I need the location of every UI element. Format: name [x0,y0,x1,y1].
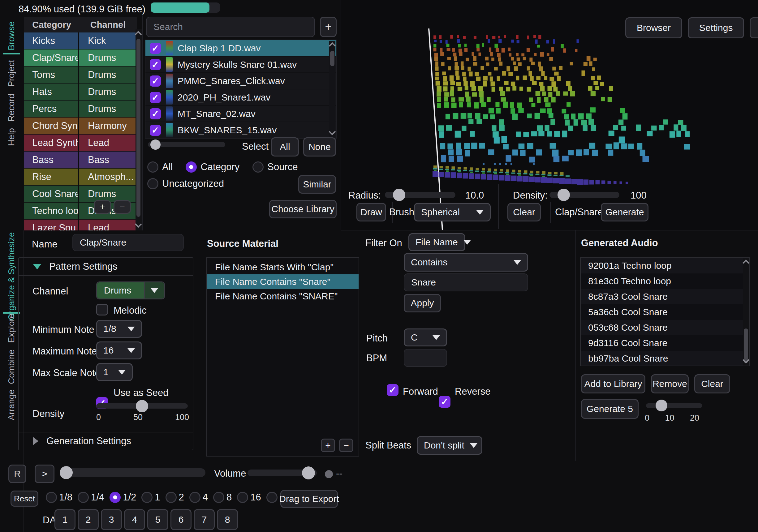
min-note-dropdown[interactable]: 1/8 [96,320,142,338]
drag-to-export-button[interactable]: Drag to Export [280,490,338,508]
radio-icon[interactable] [165,492,177,503]
scrollbar-thumb[interactable] [330,51,334,66]
radio-icon[interactable] [110,492,121,503]
file-row[interactable]: 2020_PH_Snare1.wav [145,89,336,105]
reset-button[interactable]: Reset [11,490,38,507]
channel-cell[interactable]: Drums [79,83,137,100]
pad-button[interactable]: 8 [217,509,238,530]
channel-cell[interactable]: Lead [79,219,137,230]
category-cell[interactable]: Cool Snare [24,185,79,202]
category-table-row[interactable]: Chord Synth Harmony [24,117,137,134]
file-list-scrollbar[interactable] [329,41,335,137]
forward-checkbox[interactable] [387,384,398,396]
category-cell[interactable]: Hats [24,83,79,100]
category-cell[interactable]: Bass [24,151,79,168]
category-cell[interactable]: Rise [24,169,79,185]
file-row[interactable]: Mystery Skulls Snare 01.wav [145,57,336,72]
radio-icon[interactable] [147,161,158,173]
pattern-settings-header[interactable]: Pattern Settings [19,258,193,276]
category-table-row[interactable]: Clap/Snare Drums [24,50,137,66]
remove-category-button[interactable]: − [114,200,131,214]
category-table-row[interactable]: Kicks Kick [24,32,137,49]
channel-dropdown[interactable]: Drums [96,282,165,299]
note-length-option[interactable]: 1/8 [46,492,72,503]
note-length-option[interactable]: 2 [165,492,184,503]
filter-radio-option[interactable]: Source [253,161,298,173]
nav-tab-record[interactable]: Record [1,93,22,122]
category-cell[interactable]: Clap/Snare [24,50,79,66]
category-table-row[interactable]: Hats Drums [24,83,137,100]
radio-icon[interactable] [78,492,89,503]
note-length-option[interactable]: 16 [237,492,261,503]
topbar-button[interactable]: Browser [625,17,682,38]
radius-slider-thumb[interactable] [393,189,405,201]
density-slider-thumb[interactable] [558,189,570,201]
pad-button[interactable]: 5 [147,509,168,530]
pad-button[interactable]: 3 [101,509,122,530]
file-row[interactable]: BKW_SNARES_15.wav [145,122,336,138]
scrollbar-thumb[interactable] [136,39,140,217]
generate-count-thumb[interactable] [656,400,667,411]
bpm-input[interactable] [404,349,447,367]
channel-cell[interactable]: Harmony [79,117,137,134]
pattern-density-thumb[interactable] [136,400,148,412]
select-none-button[interactable]: None [303,137,336,156]
radio-icon[interactable] [266,492,278,503]
radio-icon[interactable] [190,492,200,503]
generated-list-scrollbar[interactable] [743,258,749,366]
choose-library-button[interactable]: Choose Library [269,200,337,218]
file-checkbox[interactable] [150,59,161,70]
position-slider-track[interactable] [63,468,205,477]
file-checkbox[interactable] [150,92,161,103]
select-all-button[interactable]: All [271,137,299,156]
radio-icon[interactable] [147,178,158,189]
category-cell[interactable]: Kicks [24,32,79,49]
channel-cell[interactable]: Kick [79,32,137,49]
clear-button[interactable]: Clear [507,203,541,221]
similar-button[interactable]: Similar [298,175,336,194]
source-rule-row[interactable]: File Name Contains "SNARE" [207,289,359,303]
pad-button[interactable]: 4 [124,509,145,530]
file-row[interactable]: PMMC_Snares_Click.wav [145,73,336,89]
generate-button[interactable]: Generate [601,203,648,221]
file-checkbox[interactable] [150,43,161,54]
note-length-option[interactable]: 4 [190,492,208,503]
pad-button[interactable]: 1 [54,509,76,530]
note-length-option[interactable]: 8 [213,492,232,503]
category-cell[interactable]: Techno loop [24,203,79,219]
generated-audio-row[interactable]: 053c68 Cool Snare [581,320,749,335]
nav-tab-help[interactable]: Help [1,128,22,146]
generated-audio-row[interactable]: 8c87a3 Cool Snare [581,289,749,304]
channel-cell[interactable]: Drums [79,101,137,117]
category-table-row[interactable]: Bass Bass [24,151,137,168]
radio-icon[interactable] [253,161,263,173]
generated-audio-row[interactable]: 9d3116 Cool Snare [581,335,749,351]
search-field[interactable] [146,17,315,37]
file-row[interactable]: Clap Slap 1 DD.wav [145,40,336,56]
add-category-button[interactable]: + [94,200,111,214]
brush-dropdown[interactable]: Spherical [414,203,491,221]
generate-count-track[interactable] [646,403,702,408]
volume-slider-thumb[interactable] [302,466,315,480]
category-table-row[interactable]: Lazer Sou Lead [24,219,137,230]
name-field[interactable] [72,234,184,251]
category-cell[interactable]: Chord Synth [24,117,79,134]
clear-generated-button[interactable]: Clear [694,374,730,393]
radio-icon[interactable] [186,161,197,173]
pad-button[interactable]: 6 [170,509,191,530]
scroll-down-icon[interactable] [135,221,142,228]
add-source-button[interactable]: + [321,439,335,452]
category-cell[interactable]: Percs [24,101,79,117]
note-length-option[interactable]: 1/4 [78,492,104,503]
category-table-row[interactable]: Rise Atmosph... [24,169,137,185]
category-table-row[interactable]: Toms Drums [24,67,137,83]
source-rule-row[interactable]: File Name Contains "Snare" [207,274,359,289]
channel-cell[interactable]: Lead [79,135,137,151]
channel-cell[interactable]: Atmosph... [79,169,137,185]
radio-icon[interactable] [141,492,153,503]
generated-audio-row[interactable]: 81e3c0 Techno loop [581,273,749,289]
melodic-checkbox[interactable] [96,304,108,316]
filter-radio-option[interactable]: All [147,161,173,173]
radio-icon[interactable] [46,492,57,503]
category-cell[interactable]: Lead Synth [24,135,79,151]
